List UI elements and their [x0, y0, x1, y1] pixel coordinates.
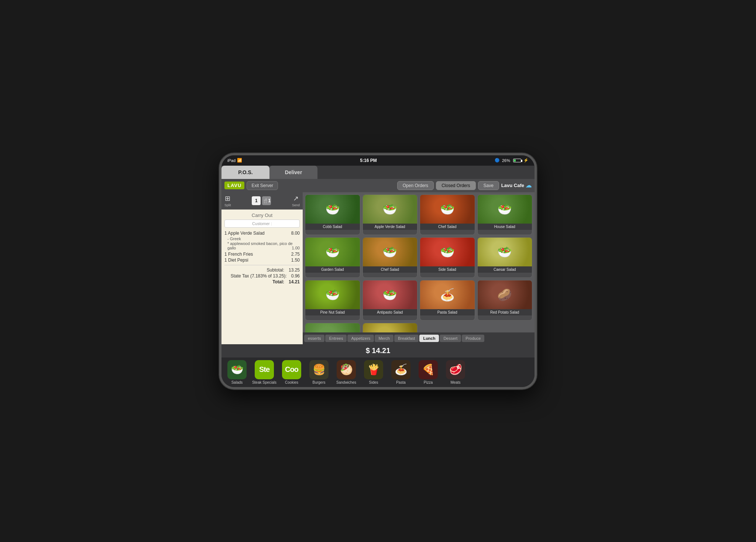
- category-image: [419, 360, 438, 379]
- category-tab[interactable]: esserts: [304, 335, 324, 342]
- category-image: Coo: [282, 360, 301, 379]
- customer-field[interactable]: Customer :: [224, 220, 300, 228]
- totals-section: Subtotal: 13.25 State Tax (7.183% of 13.…: [224, 267, 300, 284]
- bottom-category-icon[interactable]: CooCookies: [279, 360, 304, 384]
- split-action[interactable]: Split: [224, 194, 231, 207]
- bottom-category-icon[interactable]: Burgers: [306, 360, 331, 384]
- menu-item-label: Side Salad: [420, 266, 475, 273]
- menu-panel: 🥗Cobb Salad🥗Apple Verde Salad🥗Chef Salad…: [303, 192, 535, 344]
- cafe-name-label: Lavu Cafe ☁: [501, 182, 532, 189]
- category-label: Cookies: [285, 380, 298, 384]
- category-label: Salads: [231, 380, 243, 384]
- action-bar: Split 1 🍴 1 Send: [221, 192, 303, 210]
- menu-item-label: Apple Verde Salad: [363, 224, 417, 230]
- subtotal-row: Subtotal: 13.25: [224, 267, 300, 273]
- grand-total-bar: $ 14.21: [221, 344, 535, 358]
- open-orders-button[interactable]: Open Orders: [397, 181, 434, 190]
- bottom-category-icon[interactable]: Pasta: [388, 360, 413, 384]
- menu-item[interactable]: 🥗Garden Salad: [305, 237, 360, 278]
- battery-indicator: [513, 159, 521, 162]
- menu-item[interactable]: 🥗Caesar Salad: [477, 237, 533, 278]
- menu-item-label: House Salad: [478, 224, 532, 230]
- category-image: [364, 360, 383, 379]
- fork-knife-icon: 🍴: [262, 198, 268, 203]
- menu-item-label: Chef Salad: [363, 266, 417, 273]
- tab-pos[interactable]: P.O.S.: [221, 166, 269, 179]
- total-label: Total:: [272, 279, 284, 284]
- bottom-category-icon[interactable]: Sides: [361, 360, 386, 384]
- status-left: iPad 📶: [227, 158, 242, 163]
- carrier-label: iPad: [227, 158, 236, 163]
- category-tab[interactable]: Entrees: [325, 335, 347, 342]
- item-note: * applewood smoked bacon, pico de gallo …: [224, 241, 300, 250]
- menu-item[interactable]: 🥗: [362, 323, 418, 332]
- item-name: 1 Diet Pepsi: [224, 258, 287, 263]
- split-icon: [225, 194, 230, 203]
- category-tab[interactable]: Breakfast: [394, 335, 419, 342]
- order-num-2[interactable]: 🍴 1: [262, 196, 271, 205]
- menu-item[interactable]: 🥗: [305, 323, 360, 332]
- menu-item[interactable]: 🥗Antipasto Salad: [362, 280, 418, 321]
- wifi-icon: 📶: [237, 158, 242, 163]
- order-num-1[interactable]: 1: [252, 196, 261, 205]
- menu-item[interactable]: 🥗Side Salad: [420, 237, 475, 278]
- category-image: Ste: [255, 360, 274, 379]
- battery-label: 26%: [502, 158, 510, 163]
- send-icon: [293, 194, 299, 203]
- order-panel: Split 1 🍴 1 Send Carry Out Customer :: [221, 192, 303, 344]
- bottom-category-icon[interactable]: Sandwiches: [334, 360, 359, 384]
- item-name: 1 French Fries: [224, 252, 287, 257]
- item-modifier: - Greek: [224, 237, 300, 241]
- menu-item[interactable]: 🥗Apple Verde Salad: [362, 194, 418, 235]
- order-numbers: 1 🍴 1: [252, 196, 271, 205]
- send-action[interactable]: Send: [292, 194, 300, 207]
- menu-item-label: Pine Nut Salad: [305, 309, 360, 315]
- category-tabs: essertsEntreesAppetizersMerchBreakfastLu…: [303, 332, 535, 344]
- tax-value: 0.96: [291, 273, 300, 279]
- category-label: Burgers: [312, 380, 325, 384]
- split-label: Split: [224, 203, 231, 207]
- save-button[interactable]: Save: [478, 181, 499, 190]
- menu-item[interactable]: 🥗Chef Salad: [420, 194, 475, 235]
- menu-item[interactable]: 🥗Cobb Salad: [305, 194, 360, 235]
- menu-item[interactable]: 🥗Chef Salad: [362, 237, 418, 278]
- category-tab[interactable]: Produce: [462, 335, 484, 342]
- menu-item[interactable]: 🍝Pasta Salad: [420, 280, 475, 321]
- top-toolbar: LAVU Exit Server Open Orders Closed Orde…: [221, 179, 535, 192]
- battery-fill: [514, 159, 516, 162]
- category-tab[interactable]: Appetizers: [347, 335, 374, 342]
- order-item[interactable]: 1 French Fries 2.75: [224, 252, 300, 257]
- menu-item[interactable]: 🥗House Salad: [477, 194, 533, 235]
- lavu-logo[interactable]: LAVU: [224, 182, 244, 189]
- bottom-category-icon[interactable]: Meats: [443, 360, 468, 384]
- tab-deliver[interactable]: Deliver: [269, 166, 317, 179]
- category-image: [309, 360, 329, 379]
- menu-item[interactable]: 🥗Pine Nut Salad: [305, 280, 360, 321]
- bottom-category-icon[interactable]: SteSteak Specials: [252, 360, 277, 384]
- item-price: 2.75: [287, 252, 300, 257]
- bottom-category-icon[interactable]: Salads: [224, 360, 250, 384]
- category-image: [391, 360, 410, 379]
- category-tab[interactable]: Lunch: [419, 335, 439, 342]
- category-image: [446, 360, 465, 379]
- category-image: [337, 360, 356, 379]
- device-frame: iPad 📶 5:16 PM 🔵 26% ⚡ P.O.S. Deliver LA…: [219, 153, 537, 389]
- order-item[interactable]: 1 Diet Pepsi 1.50: [224, 258, 300, 263]
- subtotal-label: Subtotal:: [267, 267, 284, 273]
- menu-item-label: Caesar Salad: [478, 266, 532, 273]
- item-name: 1 Apple Verde Salad: [224, 231, 287, 236]
- order-item[interactable]: 1 Apple Verde Salad 8.00: [224, 231, 300, 236]
- exit-server-button[interactable]: Exit Server: [247, 181, 278, 190]
- category-tab[interactable]: Merch: [375, 335, 394, 342]
- closed-orders-button[interactable]: Closed Orders: [436, 181, 475, 190]
- app-tabs: P.O.S. Deliver: [221, 166, 535, 179]
- grand-total-value: $ 14.21: [366, 346, 391, 355]
- item-price: 8.00: [287, 231, 300, 236]
- category-image: [227, 360, 247, 379]
- status-bar: iPad 📶 5:16 PM 🔵 26% ⚡: [221, 155, 535, 166]
- menu-item-label: Cobb Salad: [305, 224, 360, 230]
- total-row: Total: 14.21: [224, 279, 300, 284]
- menu-item[interactable]: 🥔Red Potato Salad: [477, 280, 533, 321]
- category-tab[interactable]: Dessert: [440, 335, 461, 342]
- bottom-category-icon[interactable]: Pizza: [416, 360, 441, 384]
